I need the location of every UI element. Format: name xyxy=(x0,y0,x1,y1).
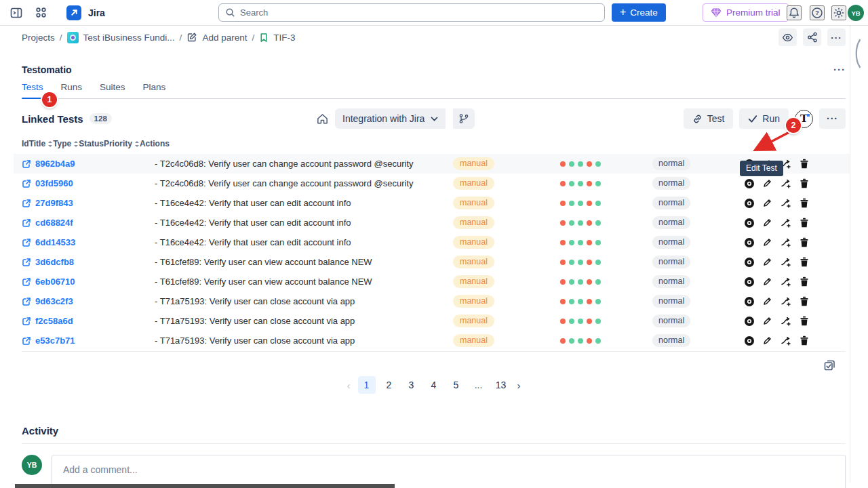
edit-pencil-icon[interactable] xyxy=(762,335,773,346)
home-icon[interactable] xyxy=(316,113,329,125)
delete-trash-icon[interactable] xyxy=(798,237,810,248)
edit-pencil-icon[interactable] xyxy=(762,197,773,209)
delete-trash-icon[interactable] xyxy=(798,276,810,287)
column-header[interactable]: Status xyxy=(79,139,104,148)
export-copy-check-icon[interactable] xyxy=(823,358,836,371)
edit-pencil-icon[interactable] xyxy=(762,296,773,307)
share-icon[interactable] xyxy=(803,28,821,46)
table-row[interactable]: 8962b4a9 - T2c4c06d8: Verify user can ch… xyxy=(14,154,850,174)
delete-trash-icon[interactable] xyxy=(798,315,810,327)
table-row[interactable]: cd68824f - T16ce4e42: Verify that user c… xyxy=(22,213,846,232)
test-id-link[interactable]: 03fd5960 xyxy=(35,178,73,188)
test-button[interactable]: Test xyxy=(684,108,734,129)
branch-icon[interactable] xyxy=(453,108,475,129)
page-number[interactable]: 2 xyxy=(380,376,398,394)
run-button[interactable]: Run xyxy=(739,108,789,129)
panel-more-icon[interactable]: ··· xyxy=(833,64,846,75)
ai-sync-icon[interactable] xyxy=(780,197,791,209)
settings-gear-icon[interactable] xyxy=(831,5,846,20)
test-id-link[interactable]: 6dd14533 xyxy=(35,237,75,247)
column-header[interactable]: Title xyxy=(29,139,53,148)
test-id-link[interactable]: e53c7b71 xyxy=(35,336,75,346)
comment-avatar[interactable]: YB xyxy=(22,455,42,475)
table-row[interactable]: 6eb06710 - T61cfef89: Verify user can vi… xyxy=(22,272,846,291)
ai-sync-icon[interactable] xyxy=(780,237,791,248)
tab[interactable]: Runs xyxy=(61,82,83,98)
help-icon[interactable]: ? xyxy=(810,5,825,20)
test-id-link[interactable]: 9d63c2f3 xyxy=(35,296,73,306)
notifications-bell-icon[interactable] xyxy=(787,5,802,20)
table-row[interactable]: f2c58a6d - T71a75193: Verify user can cl… xyxy=(22,311,846,331)
sort-icon[interactable] xyxy=(74,141,79,147)
edit-pencil-icon[interactable] xyxy=(762,237,773,248)
tab[interactable]: Suites xyxy=(100,82,125,98)
test-id-link[interactable]: 6eb06710 xyxy=(35,277,75,287)
view-eye-icon[interactable] xyxy=(743,217,755,228)
view-eye-icon[interactable] xyxy=(743,335,755,346)
edit-pencil-icon[interactable] xyxy=(762,256,773,268)
delete-trash-icon[interactable] xyxy=(798,158,810,169)
tab[interactable]: Tests xyxy=(22,82,43,98)
edit-pencil-icon[interactable] xyxy=(762,276,773,287)
table-row[interactable]: 27d9f843 - T16ce4e42: Verify that user c… xyxy=(22,193,846,213)
prev-page-icon[interactable]: ‹ xyxy=(344,380,353,391)
table-row[interactable]: e53c7b71 - T71a75193: Verify user can cl… xyxy=(22,331,846,350)
table-row[interactable]: 3d6dcfb8 - T61cfef89: Verify user can vi… xyxy=(22,252,846,272)
test-id-link[interactable]: 8962b4a9 xyxy=(35,159,75,169)
sort-icon[interactable] xyxy=(48,141,53,147)
test-id-link[interactable]: cd68824f xyxy=(35,218,73,228)
page-number[interactable]: 3 xyxy=(403,376,420,394)
edit-pencil-icon[interactable] xyxy=(762,315,773,327)
view-eye-icon[interactable] xyxy=(743,256,755,268)
table-row[interactable]: 03fd5960 - T2c4c06d8: Verify user can ch… xyxy=(22,174,846,193)
comment-box[interactable]: Add a comment... Status update... Thanks… xyxy=(52,455,846,488)
breadcrumb-add-parent-link[interactable]: Add parent xyxy=(202,33,247,43)
ai-sync-icon[interactable] xyxy=(780,256,791,268)
sidebar-toggle-icon[interactable] xyxy=(7,3,26,22)
breadcrumb-projects-link[interactable]: Projects xyxy=(22,33,55,43)
table-row[interactable]: 9d63c2f3 - T71a75193: Verify user can cl… xyxy=(22,291,846,311)
toolbar-more-icon[interactable]: ··· xyxy=(819,108,846,129)
ai-sync-icon[interactable] xyxy=(780,217,791,228)
tab[interactable]: Plans xyxy=(143,82,166,98)
view-eye-icon[interactable] xyxy=(743,276,755,287)
page-number[interactable]: ... xyxy=(470,376,488,394)
ai-sync-icon[interactable] xyxy=(780,335,791,346)
app-switcher-icon[interactable] xyxy=(31,3,50,22)
sort-icon[interactable] xyxy=(135,141,140,147)
next-page-icon[interactable]: › xyxy=(515,380,524,391)
test-id-link[interactable]: 3d6dcfb8 xyxy=(35,257,74,267)
ai-sync-icon[interactable] xyxy=(780,178,791,189)
jira-logo-icon[interactable] xyxy=(66,5,81,20)
ai-sync-icon[interactable] xyxy=(780,276,791,287)
delete-trash-icon[interactable] xyxy=(798,296,810,307)
watch-eye-icon[interactable] xyxy=(778,28,797,46)
view-eye-icon[interactable] xyxy=(743,315,755,327)
delete-trash-icon[interactable] xyxy=(798,335,810,346)
page-number[interactable]: 13 xyxy=(492,376,510,394)
edit-pencil-icon[interactable] xyxy=(762,217,773,228)
more-actions-icon[interactable]: ··· xyxy=(827,28,846,46)
page-number[interactable]: 1 xyxy=(358,376,376,394)
delete-trash-icon[interactable] xyxy=(798,197,810,209)
global-search[interactable] xyxy=(218,3,605,22)
delete-trash-icon[interactable] xyxy=(798,217,810,228)
test-id-link[interactable]: 27d9f843 xyxy=(35,198,73,208)
column-header[interactable]: Id xyxy=(22,139,29,148)
view-eye-icon[interactable] xyxy=(743,197,755,209)
view-eye-icon[interactable] xyxy=(743,296,755,307)
search-input[interactable] xyxy=(240,7,566,18)
delete-trash-icon[interactable] xyxy=(798,256,810,268)
breadcrumb-issue-key[interactable]: TIF-3 xyxy=(273,33,295,43)
integration-dropdown[interactable]: Integration with Jira xyxy=(335,108,446,129)
table-row[interactable]: 6dd14533 - T16ce4e42: Verify that user c… xyxy=(22,232,846,252)
ai-sync-icon[interactable] xyxy=(780,315,791,327)
edit-pencil-icon[interactable] xyxy=(762,178,773,189)
premium-trial-button[interactable]: Premium trial xyxy=(703,3,789,22)
column-header[interactable]: Priority xyxy=(104,139,140,148)
create-button[interactable]: + Create xyxy=(612,3,666,22)
view-eye-icon[interactable] xyxy=(743,237,755,248)
breadcrumb-project-link[interactable]: Test iBusiness Fundi... xyxy=(83,33,175,43)
page-number[interactable]: 5 xyxy=(448,376,465,394)
column-header[interactable]: Type xyxy=(53,139,79,148)
